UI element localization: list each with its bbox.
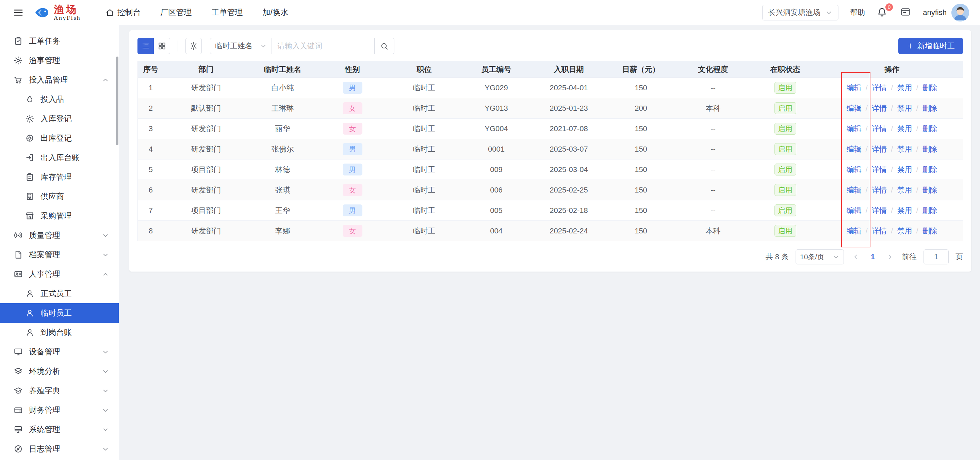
- prev-page-button[interactable]: [851, 252, 861, 262]
- nav-item-water[interactable]: 加/换水: [263, 7, 288, 18]
- sidebar-item[interactable]: 库存管理: [0, 167, 119, 187]
- sidebar-item[interactable]: 临时员工: [0, 303, 119, 323]
- action-disable-link[interactable]: 禁用: [897, 186, 912, 194]
- action-delete-link[interactable]: 删除: [923, 186, 937, 194]
- action-edit-link[interactable]: 编辑: [846, 165, 862, 174]
- action-edit-link[interactable]: 编辑: [846, 104, 862, 112]
- cell-name: 白小纯: [249, 78, 317, 98]
- sidebar-item-label: 养殖字典: [29, 385, 60, 396]
- action-delete-link[interactable]: 删除: [923, 83, 937, 92]
- action-edit-link[interactable]: 编辑: [846, 145, 862, 153]
- status-badge: 启用: [775, 204, 796, 216]
- list-view-button[interactable]: [137, 38, 154, 54]
- action-disable-link[interactable]: 禁用: [897, 165, 912, 174]
- action-edit-link[interactable]: 编辑: [846, 227, 862, 235]
- action-detail-link[interactable]: 详情: [872, 104, 887, 112]
- notification-bell[interactable]: 0: [877, 7, 888, 18]
- sidebar-item[interactable]: 财务管理: [0, 400, 119, 420]
- action-detail-link[interactable]: 详情: [872, 145, 887, 153]
- sidebar-item[interactable]: 投入品管理: [0, 70, 119, 89]
- cell-index: 8: [138, 221, 164, 241]
- action-detail-link[interactable]: 详情: [872, 186, 887, 194]
- notification-badge: 0: [885, 3, 894, 11]
- nav-item-console[interactable]: 控制台: [105, 7, 141, 18]
- action-detail-link[interactable]: 详情: [872, 206, 887, 215]
- sidebar-item[interactable]: 投入品: [0, 89, 119, 109]
- column-settings-button[interactable]: [185, 38, 202, 54]
- panel-toggle-button[interactable]: [900, 7, 911, 18]
- sidebar-item[interactable]: 设备管理: [0, 342, 119, 361]
- user-icon: [25, 308, 34, 318]
- status-badge: 启用: [775, 225, 796, 237]
- action-disable-link[interactable]: 禁用: [897, 104, 912, 112]
- sidebar-item[interactable]: 环境分析: [0, 361, 119, 381]
- sidebar-item[interactable]: 质量管理: [0, 225, 119, 245]
- filter-field-select[interactable]: 临时工姓名: [210, 38, 272, 54]
- sidebar-item[interactable]: 出入库台账: [0, 148, 119, 167]
- add-temp-worker-button[interactable]: 新增临时工: [898, 38, 963, 54]
- action-delete-link[interactable]: 删除: [923, 145, 937, 153]
- sidebar-item[interactable]: 入库登记: [0, 109, 119, 128]
- sidebar-item-label: 质量管理: [29, 230, 60, 241]
- goto-page-input[interactable]: [924, 249, 949, 264]
- gender-badge: 女: [343, 102, 363, 114]
- action-delete-link[interactable]: 删除: [923, 206, 937, 215]
- monitor-icon: [14, 347, 23, 356]
- action-delete-link[interactable]: 删除: [923, 165, 937, 174]
- sidebar-item[interactable]: 系统管理: [0, 420, 119, 439]
- action-detail-link[interactable]: 详情: [872, 227, 887, 235]
- action-edit-link[interactable]: 编辑: [846, 125, 862, 133]
- menu-icon: [13, 8, 24, 18]
- action-edit-link[interactable]: 编辑: [846, 83, 862, 92]
- action-disable-link[interactable]: 禁用: [897, 83, 912, 92]
- sidebar-item[interactable]: 人事管理: [0, 264, 119, 284]
- action-detail-link[interactable]: 详情: [872, 125, 887, 133]
- cell-index: 5: [138, 160, 164, 180]
- table-container: 序号 部门 临时工姓名 性别 职位 员工编号 入职日期 日薪（元） 文化程度 在…: [137, 61, 963, 241]
- sidebar-item[interactable]: 采购管理: [0, 206, 119, 225]
- action-detail-link[interactable]: 详情: [872, 165, 887, 174]
- status-badge: 启用: [775, 164, 796, 176]
- status-badge: 启用: [775, 143, 796, 155]
- action-edit-link[interactable]: 编辑: [846, 186, 862, 194]
- page-size-select[interactable]: 10条/页: [795, 249, 844, 264]
- sidebar-item[interactable]: 档案管理: [0, 245, 119, 264]
- action-separator: /: [889, 206, 895, 215]
- user-menu[interactable]: anyfish: [923, 4, 969, 21]
- idcard-icon: [14, 270, 23, 279]
- sidebar-item[interactable]: 出库登记: [0, 128, 119, 148]
- current-page-button[interactable]: 1: [868, 252, 878, 261]
- wallet-icon: [14, 406, 23, 415]
- nav-item-factory[interactable]: 厂区管理: [161, 7, 192, 18]
- action-edit-link[interactable]: 编辑: [846, 206, 862, 215]
- sidebar-scrollbar-thumb[interactable]: [116, 57, 118, 145]
- action-separator: /: [889, 186, 895, 194]
- action-disable-link[interactable]: 禁用: [897, 125, 912, 133]
- search-button[interactable]: [375, 38, 395, 54]
- help-link[interactable]: 帮助: [850, 8, 865, 18]
- sidebar-item[interactable]: 到岗台账: [0, 323, 119, 342]
- next-page-button[interactable]: [885, 252, 895, 262]
- hamburger-button[interactable]: [11, 5, 26, 20]
- sidebar-item[interactable]: 渔事管理: [0, 51, 119, 70]
- farm-selector-dropdown[interactable]: 长兴泗安塘渔场: [762, 5, 838, 21]
- sidebar-item[interactable]: 养殖字典: [0, 381, 119, 400]
- sidebar-item[interactable]: 供应商: [0, 187, 119, 206]
- sidebar-item[interactable]: 日志管理: [0, 439, 119, 458]
- col-header-education: 文化程度: [677, 61, 749, 78]
- sidebar-item[interactable]: 正式员工: [0, 284, 119, 303]
- action-delete-link[interactable]: 删除: [923, 104, 937, 112]
- action-disable-link[interactable]: 禁用: [897, 206, 912, 215]
- action-delete-link[interactable]: 删除: [923, 125, 937, 133]
- action-delete-link[interactable]: 删除: [923, 227, 937, 235]
- grid-view-button[interactable]: [154, 38, 170, 54]
- sidebar-item-label: 入库登记: [40, 113, 72, 124]
- sidebar-item[interactable]: 工单任务: [0, 31, 119, 51]
- cell-position: 临时工: [388, 118, 460, 139]
- nav-item-workorder[interactable]: 工单管理: [212, 7, 243, 18]
- action-separator: /: [889, 83, 895, 92]
- action-disable-link[interactable]: 禁用: [897, 227, 912, 235]
- action-disable-link[interactable]: 禁用: [897, 145, 912, 153]
- action-detail-link[interactable]: 详情: [872, 83, 887, 92]
- keyword-search-input[interactable]: [272, 38, 375, 54]
